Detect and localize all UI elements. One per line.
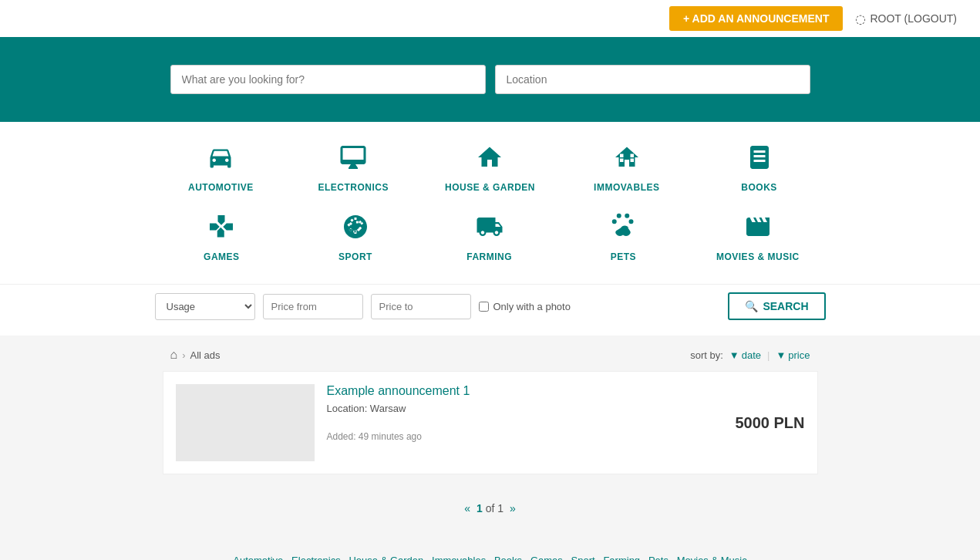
categories-grid: AUTOMOTIVE ELECTRONICS HOUSE & GARDEN IM… (155, 137, 826, 268)
category-electronics[interactable]: ELECTRONICS (303, 137, 403, 199)
soccer-icon (342, 213, 369, 247)
listing-item: Example announcement 1 Location: Warsaw … (163, 371, 818, 474)
search-box (155, 52, 826, 106)
category-farming[interactable]: FARMING (439, 207, 540, 268)
categories-section: AUTOMOTIVE ELECTRONICS HOUSE & GARDEN IM… (0, 122, 980, 284)
listing-image (176, 384, 315, 461)
category-movies-music[interactable]: MOVIES & MUSIC (707, 207, 809, 268)
listing-price: 5000 PLN (735, 414, 804, 432)
category-immovables[interactable]: IMMOVABLES (577, 137, 677, 199)
price-to-input[interactable] (371, 294, 471, 319)
search-input[interactable] (170, 65, 486, 94)
main-content: ⌂ › All ads sort by: ▼ date | ▼ price Ex… (155, 336, 826, 542)
price-from-input[interactable] (263, 294, 363, 319)
search-button[interactable]: 🔍 SEARCH (728, 292, 825, 320)
listing-title[interactable]: Example announcement 1 (327, 384, 805, 398)
sort-date-arrow: ▼ (729, 349, 739, 361)
total-pages: 1 (497, 502, 503, 514)
sort-date-link[interactable]: ▼ date (729, 349, 761, 361)
footer-link-books[interactable]: Books (494, 555, 522, 560)
games-label: GAMES (204, 251, 240, 262)
footer-link-house-garden[interactable]: House & Garden (349, 555, 423, 560)
photo-label-text: Only with a photo (493, 301, 571, 312)
footer-link-immovables[interactable]: Immovables (432, 555, 486, 560)
monitor-icon (339, 143, 367, 177)
footer-link-farming[interactable]: Farming (603, 555, 640, 560)
house-icon (476, 143, 503, 177)
filter-bar: Usage New Used Only with a photo 🔍 SEARC… (155, 292, 826, 320)
footer-links: Automotive · Electronics · House & Garde… (0, 542, 980, 560)
svg-rect-3 (630, 154, 634, 158)
footer-link-automotive[interactable]: Automotive (233, 555, 283, 560)
electronics-label: ELECTRONICS (318, 182, 389, 193)
sort-price-arrow: ▼ (776, 349, 786, 361)
footer-link-games[interactable]: Games (530, 555, 563, 560)
immovables-label: IMMOVABLES (594, 182, 659, 193)
sort-price-link[interactable]: ▼ price (776, 349, 810, 361)
categories-row-1: AUTOMOTIVE ELECTRONICS HOUSE & GARDEN IM… (155, 137, 826, 199)
category-sport[interactable]: SPORT (305, 207, 406, 268)
sort-bar: sort by: ▼ date | ▼ price (682, 349, 817, 361)
usage-select[interactable]: Usage New Used (155, 293, 255, 320)
book-icon (746, 143, 773, 177)
listing-location: Location: Warsaw (327, 403, 805, 414)
listing-info: Example announcement 1 Location: Warsaw … (327, 384, 805, 461)
prev-page-link[interactable]: « (464, 502, 470, 514)
listing-added: Added: 49 minutes ago (327, 431, 805, 442)
next-page-link[interactable]: » (510, 502, 516, 514)
building-icon (613, 143, 641, 177)
photo-filter-label[interactable]: Only with a photo (479, 301, 571, 312)
car-icon (207, 143, 234, 177)
category-books[interactable]: BOOKS (709, 137, 810, 199)
category-pets[interactable]: PETS (573, 207, 673, 268)
breadcrumb-all-ads: All ads (190, 349, 221, 361)
user-icon: ◌ (855, 12, 866, 26)
truck-icon (476, 213, 503, 247)
pets-label: PETS (611, 251, 636, 262)
movies-music-label: MOVIES & MUSIC (716, 251, 800, 262)
gamepad-icon (207, 213, 235, 247)
pagination: « 1 of 1 » (155, 487, 826, 530)
filter-section: Usage New Used Only with a photo 🔍 SEARC… (0, 284, 980, 336)
film-icon (744, 213, 772, 247)
automotive-label: AUTOMOTIVE (188, 182, 254, 193)
books-label: BOOKS (741, 182, 777, 193)
svg-rect-0 (620, 159, 624, 163)
category-automotive[interactable]: AUTOMOTIVE (170, 137, 271, 199)
user-menu[interactable]: ◌ ROOT (LOGOUT) (855, 12, 957, 26)
top-bar: + ADD AN ANNOUNCEMENT ◌ ROOT (LOGOUT) (0, 0, 980, 37)
current-page: 1 (477, 502, 483, 514)
svg-rect-2 (620, 154, 624, 158)
categories-row-2: GAMES SPORT FARMING PETS (155, 207, 826, 268)
category-house-garden[interactable]: HOUSE & GARDEN (436, 137, 544, 199)
search-icon: 🔍 (745, 300, 758, 312)
photo-checkbox[interactable] (479, 302, 489, 312)
search-section (0, 37, 980, 122)
paw-icon (609, 213, 637, 247)
footer-link-movies-music[interactable]: Movies & Music (677, 555, 747, 560)
farming-label: FARMING (466, 251, 512, 262)
sport-label: SPORT (338, 251, 372, 262)
page-separator: of (486, 502, 495, 514)
add-announcement-button[interactable]: + ADD AN ANNOUNCEMENT (669, 6, 843, 31)
house-garden-label: HOUSE & GARDEN (445, 182, 535, 193)
footer-link-electronics[interactable]: Electronics (291, 555, 341, 560)
user-label: ROOT (LOGOUT) (870, 12, 957, 25)
svg-rect-1 (630, 159, 634, 163)
sort-label: sort by: (690, 349, 723, 361)
footer-link-pets[interactable]: Pets (648, 555, 668, 560)
breadcrumb-separator: › (182, 349, 185, 361)
footer-link-sport[interactable]: Sport (571, 555, 595, 560)
location-input[interactable] (495, 65, 810, 94)
breadcrumb: ⌂ › All ads (163, 348, 228, 362)
home-icon[interactable]: ⌂ (170, 348, 178, 362)
category-games[interactable]: GAMES (171, 207, 271, 268)
